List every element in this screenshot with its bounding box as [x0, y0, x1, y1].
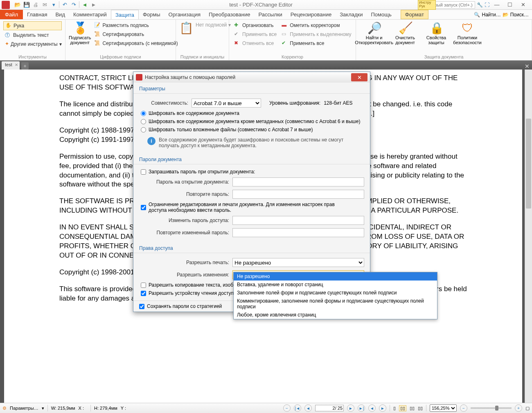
undo-icon[interactable]: ↶: [61, 1, 68, 9]
tab-format[interactable]: Формат: [401, 10, 428, 19]
zoom-minus-icon[interactable]: −: [460, 404, 467, 412]
certify-invisible[interactable]: 📜Сертифицировать (с невидимой): [92, 39, 179, 47]
encrypt-attachments-radio[interactable]: Шифровать только вложенные файлы (совмес…: [139, 126, 364, 134]
sig-panel-button[interactable]: 📋: [179, 21, 192, 34]
tab-convert[interactable]: Преобразование: [205, 10, 255, 19]
cancel-all-button[interactable]: ✖Отменить все: [232, 39, 278, 47]
dropdown-option[interactable]: Вставка, удаление и поворот страниц: [234, 281, 437, 289]
file-menu[interactable]: Файл: [0, 10, 23, 19]
perm-pw2-input[interactable]: [232, 228, 364, 237]
fit-page-icon[interactable]: ▢: [525, 406, 530, 411]
ui-options-icon[interactable]: 🔧: [477, 2, 483, 8]
apply-all2-button[interactable]: ✔Применить все: [280, 39, 353, 47]
sign-document-button[interactable]: 🏅 Подписать документ: [69, 21, 91, 45]
tab-protect[interactable]: Защита: [111, 10, 139, 19]
vertical-scrollbar[interactable]: [525, 70, 532, 403]
fullscreen-icon[interactable]: ⛶: [485, 2, 489, 8]
close-button[interactable]: ✕: [517, 1, 529, 9]
apply-selection-button[interactable]: ▭Применить к выделенному: [280, 30, 353, 38]
document-tab[interactable]: test✕: [2, 61, 20, 70]
security-policies-button[interactable]: 🛡Политики безопасности: [453, 21, 482, 45]
no-signatures[interactable]: Нет подписей ▾: [194, 21, 232, 29]
tab-forms[interactable]: Формы: [139, 10, 165, 19]
certify[interactable]: 📜Сертифицировать: [92, 30, 179, 38]
organize-button[interactable]: ✚Организовать: [232, 21, 278, 29]
find-icon[interactable]: 🔍: [474, 12, 480, 18]
allow-changes-dropdown[interactable]: Не разрешено Вставка, удаление и поворот…: [233, 272, 437, 319]
zoom-plus-icon[interactable]: ＋: [515, 404, 522, 412]
allow-changes-label: Разрешить изменения:: [139, 272, 229, 278]
nav-back-icon[interactable]: ◄: [81, 1, 88, 9]
select-text-tool[interactable]: ⓉВыделить текст: [3, 31, 62, 39]
close-tab-icon[interactable]: ✕: [15, 63, 18, 67]
tab-view[interactable]: Вид: [51, 10, 69, 19]
place-signature[interactable]: 📝Разместить подпись: [92, 21, 179, 29]
find-redact-button[interactable]: 🔎Найти и Откорректировать: [359, 21, 389, 45]
open-icon[interactable]: 📂: [14, 1, 21, 9]
allow-print-select[interactable]: Не разрешено: [232, 258, 364, 267]
find-label[interactable]: Найти…: [482, 12, 500, 18]
compat-select[interactable]: Acrobat 7.0 и выше: [192, 99, 261, 108]
tab-organize[interactable]: Организация: [165, 10, 205, 19]
maximize-button[interactable]: ☐: [504, 1, 516, 9]
close-all-tabs[interactable]: ✕: [522, 63, 532, 70]
next-page-icon[interactable]: ►: [347, 404, 354, 412]
last-page-icon[interactable]: ►|: [358, 404, 365, 412]
open-pw2-input[interactable]: [232, 190, 364, 199]
encrypt-except-meta-radio[interactable]: Шифровать все содержимое документа кроме…: [139, 117, 364, 126]
zoom-slider[interactable]: [471, 407, 512, 409]
restrict-permissions-check[interactable]: Ограничение редактирования и печати доку…: [139, 200, 364, 214]
two-cont-icon[interactable]: ▯▯: [418, 406, 423, 411]
require-open-password-check[interactable]: Запрашивать пароль при открытии документ…: [139, 168, 364, 176]
scrollbar-thumb[interactable]: [526, 119, 531, 209]
nav-fwd-icon[interactable]: ►: [90, 1, 97, 9]
tab-mail[interactable]: Рассылки: [254, 10, 286, 19]
continuous-icon[interactable]: ▯▯: [399, 405, 406, 411]
sanitize-button[interactable]: 🧹Очистить документ: [390, 21, 420, 45]
first-page-icon[interactable]: |◄: [294, 404, 301, 412]
fwd-view-icon[interactable]: ►: [379, 404, 386, 412]
other-tools[interactable]: ✦Другие инструменты ▾: [3, 40, 62, 48]
dropdown-option[interactable]: Любое, кроме извлечения страниц: [234, 311, 437, 319]
search-label[interactable]: Поиск…: [510, 12, 529, 18]
info-note: iВсе содержимое документа будет зашифров…: [139, 134, 364, 150]
two-page-icon[interactable]: ▯▯: [410, 406, 415, 411]
params-button[interactable]: Параметры…: [10, 406, 38, 411]
zoom-select[interactable]: 156,25%: [430, 404, 457, 412]
dropdown-option[interactable]: Заполнение полей форм и подписание сущес…: [234, 289, 437, 297]
redo-icon[interactable]: ↷: [70, 1, 77, 9]
tab-bookmarks[interactable]: Закладки: [336, 10, 367, 19]
scan-icon[interactable]: ▾: [50, 1, 57, 9]
back-view-icon[interactable]: ◄: [368, 404, 376, 412]
tab-review[interactable]: Рецензирование: [286, 10, 336, 19]
dropdown-option[interactable]: Не разрешено: [234, 272, 437, 281]
minimize-button[interactable]: —: [491, 1, 503, 9]
mail-icon[interactable]: ✉: [41, 1, 48, 9]
security-props-button[interactable]: 🔒Свойства защиты: [422, 21, 451, 45]
dialog-titlebar[interactable]: Настройка защиты с помощью паролей ✕: [133, 72, 370, 83]
new-tab-button[interactable]: ＋: [21, 62, 29, 70]
group-sigs-label: Подписи и инициалы: [179, 54, 225, 59]
open-pw-input[interactable]: [232, 177, 364, 186]
page-number-input[interactable]: [315, 405, 344, 411]
print-icon[interactable]: 🖨: [32, 1, 39, 9]
perm-pw-input[interactable]: [232, 216, 364, 225]
save-icon[interactable]: 💾: [23, 1, 30, 9]
tab-home[interactable]: Главная: [23, 10, 51, 19]
hand-tool[interactable]: ✋Рука: [3, 21, 62, 30]
encrypt-all-radio[interactable]: Шифровать все содержимое документа: [139, 109, 364, 117]
search-icon[interactable]: 📂: [503, 12, 509, 18]
gear-icon[interactable]: ⚙: [2, 406, 7, 411]
group-redact-label: Корректор: [232, 54, 352, 59]
mark-redact-button[interactable]: ▬Ометить корректором: [280, 21, 353, 29]
apply-all-button[interactable]: ✔Применить все: [232, 30, 278, 38]
apply-all2-icon: ✔: [282, 40, 288, 47]
prev-page-icon[interactable]: ◄: [304, 404, 312, 412]
section-passwords-header: Пароли документа: [133, 153, 370, 164]
dialog-close-button[interactable]: ✕: [351, 73, 367, 81]
tab-comment[interactable]: Комментарий: [69, 10, 111, 19]
single-page-icon[interactable]: ▯: [393, 406, 396, 411]
dropdown-option[interactable]: Комментирование, заполнение полей формы …: [234, 297, 437, 311]
tab-help[interactable]: Помощь: [367, 10, 396, 19]
zoom-out-icon[interactable]: −: [283, 404, 291, 412]
